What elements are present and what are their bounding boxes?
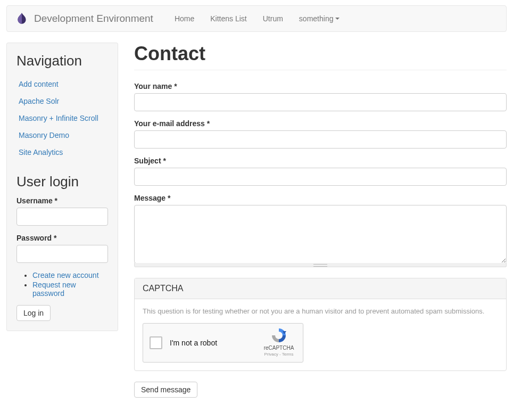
message-textarea[interactable]: [134, 205, 507, 263]
message-label: Message *: [134, 194, 507, 202]
captcha-panel: CAPTCHA This question is for testing whe…: [134, 278, 507, 371]
sidebar-item-masonry-demo[interactable]: Masonry Demo: [19, 131, 69, 139]
user-login-title: User login: [16, 174, 108, 190]
sidebar-item-add-content[interactable]: Add content: [19, 80, 59, 88]
login-links: Create new account Request new password: [16, 271, 108, 298]
recaptcha-widget: I'm not a robot reCAPTCHA Privacy - Term…: [143, 323, 303, 363]
drupal-logo-icon: [15, 12, 29, 26]
email-label: Your e-mail address *: [134, 119, 507, 128]
sidebar-item-apache-solr[interactable]: Apache Solr: [19, 97, 59, 105]
captcha-description: This question is for testing whether or …: [143, 307, 498, 315]
sidebar-nav-list: Add content Apache Solr Masonry + Infini…: [16, 76, 108, 161]
nav-something-dropdown[interactable]: something: [291, 6, 348, 31]
recaptcha-icon: [260, 327, 297, 344]
textarea-resize-handle[interactable]: [134, 263, 507, 267]
recaptcha-badge: reCAPTCHA Privacy - Terms: [260, 327, 297, 357]
sidebar-nav-title: Navigation: [16, 53, 108, 69]
sidebar-item-masonry-infinite-scroll[interactable]: Masonry + Infinite Scroll: [19, 114, 98, 122]
sidebar-item-site-analytics[interactable]: Site Analytics: [19, 148, 63, 157]
send-message-button[interactable]: Send message: [134, 382, 197, 398]
nav-utrum[interactable]: Utrum: [255, 6, 291, 31]
request-password-link[interactable]: Request new password: [32, 281, 76, 298]
username-label: Username *: [16, 196, 108, 205]
create-account-link[interactable]: Create new account: [32, 271, 99, 279]
recaptcha-label: I'm not a robot: [170, 339, 217, 347]
subject-input[interactable]: [134, 168, 507, 186]
name-label: Your name *: [134, 82, 507, 90]
top-navbar: Development Environment Home Kittens Lis…: [6, 5, 507, 32]
main-nav: Home Kittens List Utrum something: [167, 6, 348, 31]
page-title: Contact: [134, 43, 507, 70]
recaptcha-brand: reCAPTCHA: [260, 345, 297, 351]
main-content: Contact Your name * Your e-mail address …: [134, 43, 507, 398]
recaptcha-checkbox[interactable]: [150, 336, 162, 349]
password-input[interactable]: [16, 245, 108, 263]
brand[interactable]: Development Environment: [15, 12, 153, 26]
subject-label: Subject *: [134, 157, 507, 165]
brand-label: Development Environment: [34, 13, 153, 24]
username-input[interactable]: [16, 208, 108, 226]
password-label: Password *: [16, 234, 108, 242]
recaptcha-legal[interactable]: Privacy - Terms: [260, 352, 297, 357]
nav-home[interactable]: Home: [167, 6, 202, 31]
chevron-down-icon: [335, 18, 340, 20]
name-input[interactable]: [134, 93, 507, 111]
email-input[interactable]: [134, 130, 507, 149]
login-button[interactable]: Log in: [16, 305, 51, 321]
nav-kittens-list[interactable]: Kittens List: [202, 6, 254, 31]
sidebar: Navigation Add content Apache Solr Mason…: [6, 43, 118, 331]
captcha-title: CAPTCHA: [135, 278, 506, 299]
